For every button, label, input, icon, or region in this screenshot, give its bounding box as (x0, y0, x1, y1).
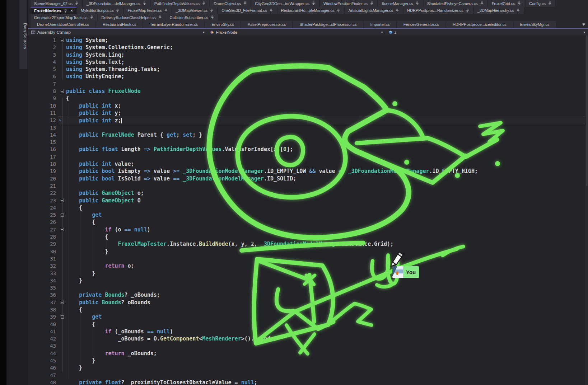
editor-tab[interactable]: FencesGenerator.cs (397, 21, 445, 28)
editor-tab[interactable]: FruxelGrid.cs (488, 0, 525, 7)
code-line: 9{ (28, 95, 588, 102)
editor-tab[interactable]: CollisionSubscriber.cs (166, 14, 218, 21)
editor-tab[interactable]: HDRPPostproce...izerEditor.cs (446, 21, 513, 28)
editor-tab[interactable]: DroneObject.cs (210, 0, 251, 7)
code-text: public float Length => PathfinderDepthVa… (66, 146, 293, 153)
line-number: 37 (28, 299, 58, 306)
fold-toggle[interactable]: – (61, 213, 64, 217)
line-number: 18 (28, 160, 58, 168)
line-number: 15 (28, 138, 58, 146)
close-icon[interactable]: ✕ (70, 9, 73, 13)
editor-tab[interactable]: _3DFoundatio...delManager.cs (83, 0, 150, 7)
line-number: 13 (28, 124, 58, 131)
line-number: 24 (28, 204, 58, 211)
editor-tab[interactable]: EnviroSky.cs (205, 21, 241, 28)
breadcrumb-type-label: FruxelNode (216, 30, 237, 34)
editor-tab[interactable]: ArtificialLightsManager.cs (345, 7, 403, 14)
fold-toggle[interactable]: – (61, 90, 64, 93)
fold-toggle[interactable]: – (61, 301, 64, 304)
code-text: } (66, 357, 95, 364)
editor-tab[interactable]: SceneManager.cs (378, 0, 423, 7)
editor-tab[interactable]: OneSec3D_FileFormat.cs (218, 7, 277, 14)
editor-tab[interactable]: Generator2ExportMapTools.cs (31, 14, 97, 21)
editor-group: SceneManager_02.cs_3DFoundatio...delMana… (28, 0, 588, 385)
pin-icon[interactable] (75, 1, 79, 5)
pin-icon[interactable] (269, 9, 273, 13)
fold-toggle[interactable]: – (61, 315, 64, 319)
code-line: 6using UnityEngine; (28, 73, 588, 80)
pin-icon[interactable] (158, 15, 162, 19)
pin-icon[interactable] (143, 1, 146, 5)
tab-overflow-button[interactable] (582, 21, 588, 28)
code-line: 27– if (o == null) (28, 226, 588, 233)
pin-icon[interactable] (466, 9, 470, 13)
code-text: } (66, 248, 108, 255)
pin-icon[interactable] (370, 1, 374, 5)
line-number: 21 (28, 182, 58, 189)
pin-icon[interactable] (202, 1, 206, 5)
pin-icon[interactable] (116, 9, 120, 13)
fold-toggle[interactable]: – (61, 39, 64, 42)
pin-icon[interactable] (312, 1, 316, 5)
pin-icon[interactable] (548, 1, 552, 5)
tab-overflow-icon[interactable] (582, 22, 586, 27)
line-number: 1 (28, 37, 58, 44)
fold-toggle[interactable]: – (61, 228, 64, 231)
editor-tab[interactable]: WindowPositionFinder.cs (320, 0, 377, 7)
code-line: 14 public FruxelNode Parent { get; set; … (28, 131, 588, 138)
line-number: 7 (28, 80, 58, 88)
fold-toggle[interactable]: – (61, 199, 64, 202)
pin-icon[interactable] (480, 1, 484, 5)
scrollbar-thumb[interactable] (586, 36, 588, 186)
editor-tab[interactable]: RestaurantHook.cs (96, 21, 143, 28)
code-line: 47 (28, 372, 588, 379)
data-sources-tab[interactable]: Data Sources (19, 0, 27, 69)
editor-tab[interactable]: SceneManager_02.cs (31, 0, 82, 7)
code-line: 2using System.Collections.Generic; (28, 44, 588, 51)
pin-icon[interactable] (210, 9, 214, 13)
editor-tab[interactable]: SimulatedFisheyeCamera.cs (424, 0, 487, 7)
editor-tab[interactable]: DeliverySurfaceClassHelper.cs (98, 14, 165, 21)
editor-tab[interactable]: FruxelMapTester.cs (124, 7, 171, 14)
type-dropdown-caret[interactable]: ▾ (381, 30, 383, 34)
pin-icon[interactable] (517, 1, 521, 5)
breadcrumb-member[interactable]: z (386, 30, 399, 34)
editor-tab[interactable]: HDRPPostproc...Randomizer.cs (403, 7, 473, 14)
editor-tab[interactable]: PathfinderDepthValues.cs (151, 0, 209, 7)
editor-tab[interactable]: Config.cs (526, 0, 555, 7)
editor-tab[interactable]: RestaurantHo...pleManager.cs (277, 7, 344, 14)
line-number: 9 (28, 95, 58, 102)
code-line: 37– public Bounds? oBounds (28, 299, 588, 306)
line-number: 39 (28, 313, 58, 320)
breadcrumb-overflow-caret[interactable]: ▾ (583, 30, 585, 34)
editor-tab[interactable]: Importer.cs (364, 21, 396, 28)
pin-icon[interactable] (395, 9, 399, 13)
editor-tab[interactable]: _3DMapHierarchy.cs (474, 7, 524, 14)
editor-tab[interactable]: CityGen3DGen...torWrapper.cs (251, 0, 319, 7)
editor-tab[interactable]: FruxelNode.cs✕ (31, 7, 76, 14)
pin-icon[interactable] (64, 9, 67, 13)
code-editor[interactable]: 1–using System;2using System.Collections… (28, 36, 588, 385)
pin-icon[interactable] (336, 9, 340, 13)
tab-label: ShaderPackage...stProcessor.cs (299, 22, 356, 27)
editor-tab[interactable]: _3DMapViewer.cs (172, 7, 217, 14)
breadcrumb-project[interactable]: Assembly-CSharp (29, 30, 73, 34)
pin-icon[interactable] (164, 9, 168, 13)
code-text: using System.Threading.Tasks; (66, 66, 160, 73)
editor-tab[interactable]: DroneOrientationController.cs (31, 21, 95, 28)
breadcrumb-type[interactable]: FruxelNode (207, 30, 239, 34)
vertical-scrollbar[interactable] (585, 36, 588, 385)
pin-icon[interactable] (415, 1, 419, 5)
editor-tab[interactable]: MyEditorScripts.cs (77, 7, 123, 14)
pin-icon[interactable] (90, 15, 94, 19)
tab-row-4: DroneOrientationController.csRestaurantH… (28, 21, 588, 28)
project-dropdown-caret[interactable]: ▾ (203, 30, 205, 34)
pin-icon[interactable] (516, 9, 520, 13)
editor-tab[interactable]: TerrainLayerRandomizer.cs (143, 21, 204, 28)
line-number: 23 (28, 197, 58, 204)
pin-icon[interactable] (210, 15, 214, 19)
editor-tab[interactable]: AssetPreprocessor.cs (241, 21, 292, 28)
pin-icon[interactable] (243, 1, 247, 5)
editor-tab[interactable]: EnviroSkyMgr.cs (514, 21, 556, 28)
editor-tab[interactable]: ShaderPackage...stProcessor.cs (293, 21, 363, 28)
